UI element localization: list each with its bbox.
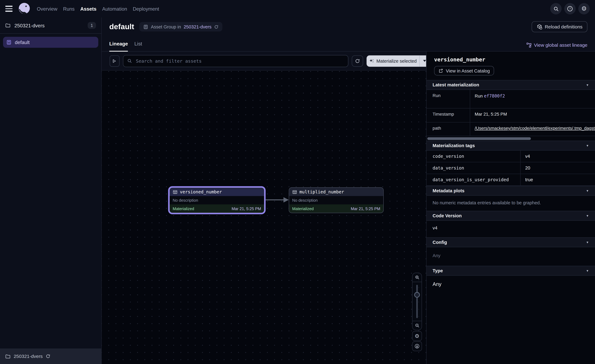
zoom-out-button[interactable] xyxy=(412,321,421,330)
chevron-down-icon[interactable]: ▼ xyxy=(586,189,589,192)
section-materialization-tags[interactable]: Materialization tags ▼ xyxy=(426,141,595,151)
table-row: code_version v4 xyxy=(426,151,595,162)
view-in-asset-catalog-button[interactable]: View in Asset Catalog xyxy=(434,66,494,76)
external-link-icon xyxy=(438,68,443,73)
refresh-graph-button[interactable] xyxy=(352,55,363,67)
panel-expand-icon xyxy=(112,58,117,63)
zoom-slider-track[interactable] xyxy=(416,285,418,318)
chevron-down-icon[interactable]: ▼ xyxy=(586,83,589,87)
sidebar-repo-row[interactable]: 250321-dvers 1 xyxy=(0,17,101,34)
sidebar-item-label: default xyxy=(15,39,30,45)
materialization-timestamp: Mar 21, 5:25 PM xyxy=(232,206,261,211)
lineage-graph-icon xyxy=(526,42,532,48)
chevron-down-icon[interactable]: ▼ xyxy=(586,269,589,273)
refresh-icon[interactable] xyxy=(214,25,219,29)
dagster-app: Overview Runs Assets Automation Deployme… xyxy=(0,0,595,364)
code-version-value: v4 xyxy=(426,221,595,238)
nav-item-assets[interactable]: Assets xyxy=(80,6,96,12)
sparkle-icon xyxy=(369,58,374,63)
type-value: Any xyxy=(426,276,595,293)
sidebar-item-default[interactable]: default xyxy=(3,37,98,48)
row-label: path xyxy=(426,122,470,136)
tag-value: v4 xyxy=(521,151,530,162)
section-metadata-plots[interactable]: Metadata plots ▼ xyxy=(426,186,595,196)
section-config[interactable]: Config ▼ xyxy=(426,237,595,247)
search-icon xyxy=(127,58,132,63)
lineage-toolbar: Materialize selected xyxy=(102,52,426,70)
view-global-asset-lineage-link[interactable]: View global asset lineage xyxy=(526,42,587,51)
table-row: Run Run ef7800f2 xyxy=(426,90,595,108)
nav-item-overview[interactable]: Overview xyxy=(37,6,57,12)
panel-asset-title: versioned_number xyxy=(434,56,588,63)
gear-icon: ⚙ xyxy=(415,333,419,339)
asset-node-multiplied-number[interactable]: multiplied_number No description Materia… xyxy=(289,187,384,213)
search-input[interactable] xyxy=(135,58,344,64)
chevron-down-icon[interactable]: ▼ xyxy=(586,214,589,217)
sidebar-footer-repo[interactable]: 250321-dvers xyxy=(0,349,101,364)
lineage-edge-arrow xyxy=(264,196,289,204)
chevron-down-icon[interactable]: ▼ xyxy=(586,241,589,244)
menu-icon[interactable] xyxy=(5,6,13,12)
materialized-status-badge: Materialized xyxy=(173,206,194,211)
refresh-icon[interactable] xyxy=(46,354,51,359)
repo-name: 250321-dvers xyxy=(14,22,45,28)
nav-item-deployment[interactable]: Deployment xyxy=(133,6,159,12)
dagster-octopus-icon xyxy=(18,2,31,15)
zoom-controls xyxy=(412,273,422,330)
view-in-asset-catalog-label: View in Asset Catalog xyxy=(446,68,490,73)
config-value: Any xyxy=(426,247,595,266)
gear-icon: ⚙ xyxy=(581,6,587,12)
asset-count-badge: 1 xyxy=(88,22,96,29)
run-id-link[interactable]: ef7800f2 xyxy=(484,93,505,98)
reload-definitions-label: Reload definitions xyxy=(545,24,582,29)
search-button[interactable] xyxy=(550,3,562,14)
section-latest-materialization[interactable]: Latest materialization ▼ xyxy=(426,80,595,90)
badge-repo-link[interactable]: 250321-dvers xyxy=(184,24,212,29)
zoom-in-button[interactable] xyxy=(412,273,421,282)
nav-item-automation[interactable]: Automation xyxy=(102,6,127,12)
view-global-asset-lineage-label: View global asset lineage xyxy=(534,42,588,48)
table-icon xyxy=(292,189,297,194)
section-type[interactable]: Type ▼ xyxy=(426,266,595,276)
zoom-slider-thumb[interactable] xyxy=(414,292,420,298)
row-label: Run xyxy=(426,90,470,108)
asset-group-icon xyxy=(6,39,12,45)
lineage-graph-canvas[interactable]: versioned_number No description Material… xyxy=(102,70,426,364)
top-nav: Overview Runs Assets Automation Deployme… xyxy=(0,0,595,17)
asset-detail-panel: versioned_number View in Asset Catalog xyxy=(426,52,595,364)
help-button[interactable]: ? xyxy=(564,3,576,14)
dagster-logo[interactable] xyxy=(18,2,31,15)
asset-node-name: versioned_number xyxy=(180,189,222,195)
lineage-canvas-column: Materialize selected xyxy=(102,52,426,364)
chevron-down-icon[interactable]: ▼ xyxy=(586,144,589,147)
help-icon: ? xyxy=(567,6,573,12)
table-row: data_version_is_user_provided true xyxy=(426,174,595,186)
asset-search-box[interactable] xyxy=(123,55,348,67)
tag-key: data_version_is_user_provided xyxy=(426,174,521,185)
expand-sidebar-button[interactable] xyxy=(110,55,120,67)
graph-settings-button[interactable]: ⚙ xyxy=(412,331,422,341)
table-row: data_version 20 xyxy=(426,162,595,174)
table-row: Timestamp Mar 21, 5:25 PM xyxy=(426,108,595,122)
nav-item-runs[interactable]: Runs xyxy=(63,6,75,12)
tab-lineage[interactable]: Lineage xyxy=(109,41,128,52)
section-code-version[interactable]: Code Version ▼ xyxy=(426,211,595,221)
tab-list[interactable]: List xyxy=(135,41,142,52)
tag-key: code_version xyxy=(426,151,521,162)
settings-button[interactable]: ⚙ xyxy=(578,3,590,14)
zoom-out-icon xyxy=(415,323,420,328)
materialized-status-badge: Materialized xyxy=(292,206,314,211)
asset-node-versioned-number[interactable]: versioned_number No description Material… xyxy=(169,187,264,213)
path-link[interactable]: /Users/smackesey/stm/code/elementl/exper… xyxy=(475,126,595,130)
badge-prefix: Asset Group in xyxy=(151,24,181,29)
materialize-selected-label: Materialize selected xyxy=(376,58,417,63)
reload-cube-icon xyxy=(536,24,542,29)
zoom-slider[interactable] xyxy=(412,282,421,321)
asset-node-description: No description xyxy=(170,196,264,204)
materialize-selected-button[interactable]: Materialize selected xyxy=(367,55,430,67)
page-header: default Asset Group in 250321-dvers xyxy=(102,17,595,36)
page-title: default xyxy=(109,22,134,31)
recenter-graph-button[interactable] xyxy=(412,341,422,351)
scrollbar-thumb[interactable] xyxy=(427,137,531,140)
reload-definitions-button[interactable]: Reload definitions xyxy=(531,21,588,32)
